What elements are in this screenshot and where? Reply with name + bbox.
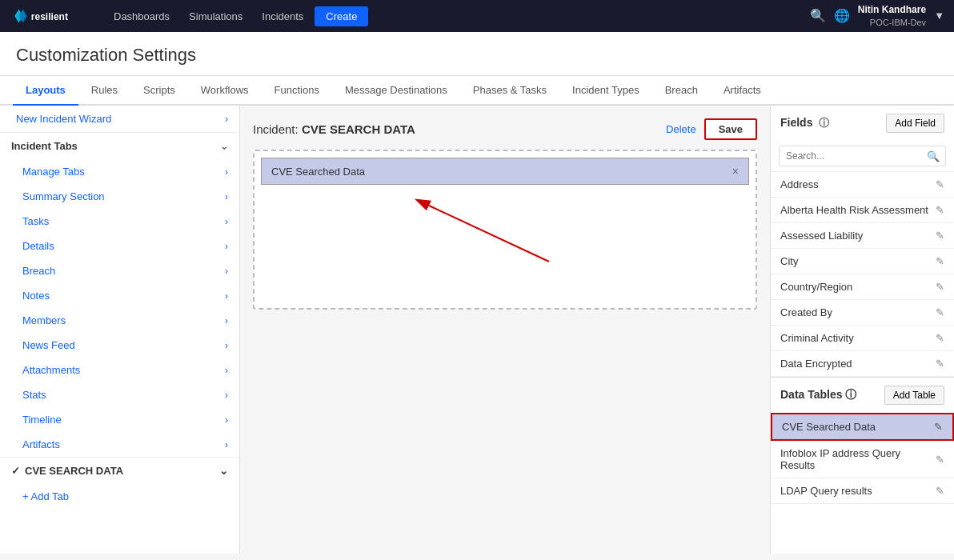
field-alberta-label: Alberta Health Risk Assessment (780, 204, 928, 216)
search-box: 🔍 (771, 141, 954, 172)
notes-label: Notes (22, 290, 50, 302)
field-data-encrypted-label: Data Encrypted (780, 358, 852, 370)
save-button[interactable]: Save (704, 118, 757, 140)
chevron-right-icon: › (225, 340, 228, 351)
edit-icon[interactable]: ✎ (934, 421, 943, 433)
tab-workflows[interactable]: Workflows (188, 76, 262, 106)
nav-links: Dashboards Simulations Incidents Create (106, 6, 810, 26)
tab-functions[interactable]: Functions (262, 76, 332, 106)
drop-zone[interactable]: CVE Searched Data × (253, 150, 757, 310)
sidebar-section-cve[interactable]: ✓ CVE SEARCH DATA ⌄ (0, 457, 239, 484)
add-table-button[interactable]: Add Table (884, 386, 944, 405)
top-nav: resilient Dashboards Simulations Inciden… (0, 0, 954, 32)
timeline-label: Timeline (22, 414, 62, 426)
center-header: Incident: CVE SEARCH DATA Delete Save (253, 118, 757, 140)
field-criminal-activity-label: Criminal Activity (780, 332, 854, 344)
edit-icon[interactable]: ✎ (936, 230, 944, 242)
field-item-assessed-liability: Assessed Liability ✎ (771, 223, 954, 249)
sidebar: New Incident Wizard › Incident Tabs ⌄ Ma… (0, 106, 240, 554)
field-item-created-by: Created By ✎ (771, 300, 954, 326)
edit-icon[interactable]: ✎ (936, 255, 944, 267)
tab-message-destinations[interactable]: Message Destinations (332, 76, 460, 106)
drop-item-cve: CVE Searched Data × (261, 158, 749, 185)
globe-icon[interactable]: 🌐 (834, 8, 850, 23)
cve-section-label: CVE SEARCH DATA (25, 465, 123, 477)
edit-icon[interactable]: ✎ (936, 332, 944, 344)
news-feed-label: News Feed (22, 339, 75, 351)
drop-item-label: CVE Searched Data (271, 166, 365, 178)
sidebar-item-attachments[interactable]: Attachments › (0, 358, 239, 382)
field-city-label: City (780, 255, 798, 267)
sidebar-item-notes[interactable]: Notes › (0, 283, 239, 308)
search-input[interactable] (779, 146, 946, 166)
sidebar-item-members[interactable]: Members › (0, 308, 239, 333)
incidents-link[interactable]: Incidents (254, 7, 311, 26)
field-item-data-encrypted: Data Encrypted ✎ (771, 351, 954, 377)
svg-text:resilient: resilient (31, 11, 68, 22)
chevron-right-icon: › (225, 414, 228, 426)
sidebar-item-manage-tabs[interactable]: Manage Tabs › (0, 159, 239, 184)
edit-icon[interactable]: ✎ (936, 485, 944, 497)
chevron-right-icon: › (225, 315, 228, 326)
add-tab-label: + Add Tab (22, 490, 69, 502)
attachments-label: Attachments (22, 364, 80, 376)
tab-layouts[interactable]: Layouts (13, 76, 78, 106)
delete-link[interactable]: Delete (666, 123, 696, 135)
field-country-label: Country/Region (780, 281, 852, 293)
details-label: Details (22, 240, 54, 252)
table-item-infoblox: Infoblox IP address Query Results ✎ (771, 441, 954, 478)
search-icon[interactable]: 🔍 (810, 8, 826, 23)
edit-icon[interactable]: ✎ (936, 306, 944, 318)
table-infoblox-label: Infoblox IP address Query Results (780, 447, 936, 471)
data-tables-label: Data Tables (780, 388, 843, 401)
edit-icon[interactable]: ✎ (936, 358, 944, 370)
field-item-address: Address ✎ (771, 172, 954, 198)
create-button[interactable]: Create (315, 6, 368, 26)
right-panel: Fields ⓘ Add Field 🔍 Address ✎ Alberta H… (770, 106, 954, 554)
edit-icon[interactable]: ✎ (936, 204, 944, 216)
tab-rules[interactable]: Rules (78, 76, 130, 106)
sidebar-item-tasks[interactable]: Tasks › (0, 209, 239, 234)
search-icon: 🔍 (927, 150, 940, 162)
user-org: POC-IBM-Dev (858, 17, 926, 28)
logo[interactable]: resilient (10, 6, 90, 26)
info-icon: ⓘ (819, 117, 829, 129)
tab-breach[interactable]: Breach (652, 76, 711, 106)
chevron-right-icon: › (225, 241, 228, 252)
field-item-city: City ✎ (771, 249, 954, 274)
edit-icon[interactable]: ✎ (936, 281, 944, 293)
fields-title: Fields ⓘ (780, 116, 829, 130)
sidebar-item-news-feed[interactable]: News Feed › (0, 333, 239, 358)
table-cve-label: CVE Searched Data (782, 421, 876, 433)
edit-icon[interactable]: ✎ (936, 454, 944, 466)
chevron-right-icon: › (225, 166, 228, 178)
svg-marker-1 (18, 9, 26, 22)
dashboards-link[interactable]: Dashboards (106, 7, 178, 26)
sidebar-section-incident-tabs[interactable]: Incident Tabs ⌄ (0, 132, 239, 159)
sidebar-item-artifacts[interactable]: Artifacts › (0, 432, 239, 457)
simulations-link[interactable]: Simulations (181, 7, 251, 26)
add-field-button[interactable]: Add Field (886, 114, 944, 133)
edit-icon[interactable]: ✎ (936, 178, 944, 190)
sidebar-item-breach[interactable]: Breach › (0, 258, 239, 283)
sidebar-item-details[interactable]: Details › (0, 234, 239, 258)
user-dropdown-icon[interactable]: ▼ (934, 10, 944, 22)
sidebar-item-summary-section[interactable]: Summary Section › (0, 184, 239, 209)
tab-scripts[interactable]: Scripts (130, 76, 188, 106)
close-icon[interactable]: × (732, 165, 739, 178)
sidebar-item-stats[interactable]: Stats › (0, 382, 239, 407)
incident-name: CVE SEARCH DATA (302, 122, 415, 136)
tab-incident-types[interactable]: Incident Types (559, 76, 652, 106)
sidebar-add-tab[interactable]: + Add Tab (0, 484, 239, 509)
data-tables-title-wrapper: Data Tables ⓘ (780, 388, 856, 402)
chevron-right-icon: › (225, 439, 228, 450)
center-wrapper: CVE Searched Data × (253, 150, 757, 310)
main-layout: New Incident Wizard › Incident Tabs ⌄ Ma… (0, 106, 954, 554)
tab-artifacts[interactable]: Artifacts (711, 76, 774, 106)
incident-title: Incident: CVE SEARCH DATA (253, 122, 415, 136)
tab-phases-tasks[interactable]: Phases & Tasks (460, 76, 559, 106)
sidebar-item-new-incident-wizard[interactable]: New Incident Wizard › (0, 106, 239, 132)
field-item-criminal-activity: Criminal Activity ✎ (771, 326, 954, 351)
sidebar-item-timeline[interactable]: Timeline › (0, 407, 239, 432)
user-name: Nitin Kandhare (858, 4, 926, 17)
